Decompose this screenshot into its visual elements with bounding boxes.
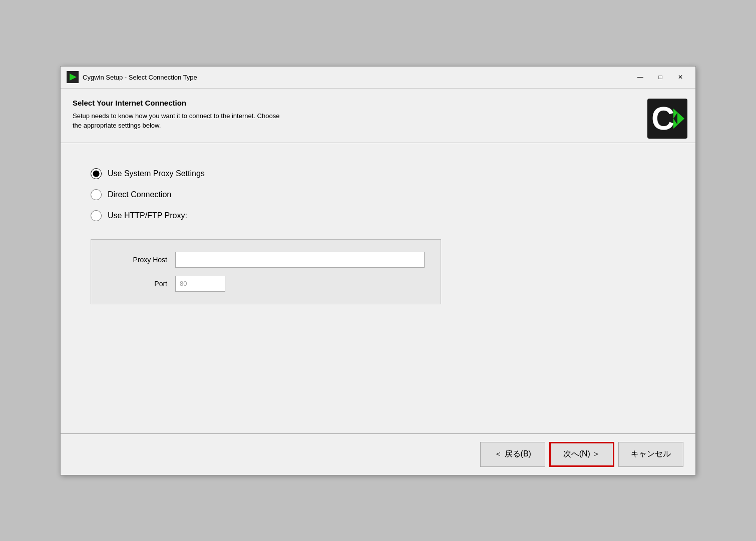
header-text: Select Your Internet Connection Setup ne… (73, 99, 647, 131)
proxy-port-field: Port (107, 276, 425, 292)
window-controls: — □ ✕ (631, 70, 689, 84)
system-proxy-option[interactable]: Use System Proxy Settings (91, 168, 665, 179)
title-bar: Cygwin Setup - Select Connection Type — … (61, 67, 695, 89)
system-proxy-label: Use System Proxy Settings (108, 169, 205, 178)
maximize-button[interactable]: □ (651, 70, 669, 84)
http-ftp-proxy-option[interactable]: Use HTTP/FTP Proxy: (91, 210, 665, 221)
proxy-host-field: Proxy Host (107, 252, 425, 268)
direct-connection-radio[interactable] (91, 189, 102, 200)
direct-connection-option[interactable]: Direct Connection (91, 189, 665, 200)
back-button[interactable]: ＜ 戻る(B) (480, 442, 545, 467)
cygwin-logo: C (647, 99, 683, 135)
next-button[interactable]: 次へ(N) ＞ (549, 442, 614, 467)
cancel-button[interactable]: キャンセル (618, 442, 683, 467)
proxy-host-label: Proxy Host (107, 256, 167, 264)
footer-section: ＜ 戻る(B) 次へ(N) ＞ キャンセル (61, 433, 695, 475)
http-ftp-proxy-label: Use HTTP/FTP Proxy: (108, 211, 187, 220)
http-ftp-proxy-radio[interactable] (91, 210, 102, 221)
proxy-host-input[interactable] (175, 252, 425, 268)
header-section: Select Your Internet Connection Setup ne… (61, 89, 695, 143)
proxy-port-label: Port (107, 280, 167, 288)
header-description: Setup needs to know how you want it to c… (73, 111, 647, 131)
system-proxy-radio[interactable] (91, 168, 102, 179)
svg-text:C: C (651, 101, 674, 137)
app-icon (67, 71, 79, 83)
proxy-settings-box: Proxy Host Port (91, 239, 441, 304)
connection-type-group: Use System Proxy Settings Direct Connect… (91, 168, 665, 304)
header-desc-line1: Setup needs to know how you want it to c… (73, 112, 279, 120)
close-button[interactable]: ✕ (671, 70, 689, 84)
direct-connection-label: Direct Connection (108, 190, 171, 199)
main-window: Cygwin Setup - Select Connection Type — … (60, 66, 696, 475)
proxy-port-input[interactable] (175, 276, 225, 292)
content-area: Use System Proxy Settings Direct Connect… (61, 143, 695, 433)
minimize-button[interactable]: — (631, 70, 649, 84)
window-title: Cygwin Setup - Select Connection Type (83, 74, 631, 81)
header-title: Select Your Internet Connection (73, 99, 647, 107)
header-desc-line2: the appropriate settings below. (73, 122, 161, 129)
